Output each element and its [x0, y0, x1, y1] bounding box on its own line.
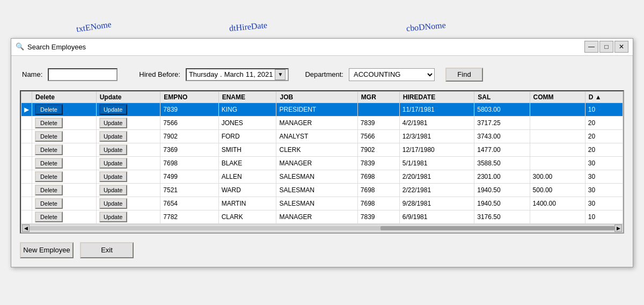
- cell-ename: JONES: [218, 116, 276, 129]
- update-button[interactable]: Update: [99, 118, 127, 128]
- delete-button[interactable]: Delete: [35, 131, 63, 142]
- update-button[interactable]: Update: [99, 198, 127, 209]
- find-button[interactable]: Find: [445, 68, 483, 82]
- col-job: JOB: [276, 91, 357, 103]
- table-row[interactable]: ▶DeleteUpdate7839KINGPRESIDENT11/17/1981…: [21, 103, 623, 116]
- cell-sal: 3588.50: [474, 156, 530, 170]
- cell-dept: 30: [585, 183, 623, 197]
- cell-job: MANAGER: [276, 210, 357, 223]
- cell-sal: 3717.25: [474, 116, 530, 129]
- calendar-button[interactable]: ▼: [275, 69, 286, 80]
- cell-ename: MARTIN: [218, 197, 276, 210]
- grid-wrapper[interactable]: Delete Update EMPNO ENAME JOB MGR HIREDA…: [21, 91, 623, 224]
- delete-button[interactable]: Delete: [35, 144, 63, 155]
- cell-mgr: 7839: [357, 156, 399, 170]
- delete-button[interactable]: Delete: [35, 171, 63, 182]
- col-comm: COMM: [530, 91, 585, 103]
- cell-dept: 10: [585, 210, 623, 223]
- update-button[interactable]: Update: [99, 212, 127, 222]
- cell-ename: FORD: [218, 129, 276, 143]
- update-cell: Update: [96, 116, 160, 129]
- table-row[interactable]: DeleteUpdate7566JONESMANAGER78394/2/1981…: [21, 116, 623, 129]
- cell-comm: 300.00: [530, 170, 585, 183]
- delete-button[interactable]: Delete: [35, 118, 63, 128]
- new-employee-button[interactable]: New Employee: [20, 242, 74, 258]
- update-button[interactable]: Update: [99, 104, 127, 115]
- table-row[interactable]: DeleteUpdate7654MARTINSALESMAN76989/28/1…: [21, 197, 623, 210]
- name-label: Name:: [22, 70, 42, 78]
- table-header-row: Delete Update EMPNO ENAME JOB MGR HIREDA…: [21, 91, 623, 103]
- cell-mgr: [357, 103, 399, 116]
- cell-sal: 1477.00: [474, 143, 530, 156]
- update-button[interactable]: Update: [99, 158, 127, 169]
- scroll-left-arrow[interactable]: ◀: [22, 224, 30, 232]
- cell-sal: 3743.00: [474, 129, 530, 143]
- cell-comm: [530, 156, 585, 170]
- delete-button[interactable]: Delete: [35, 198, 63, 209]
- name-input[interactable]: [48, 68, 118, 81]
- cell-empno: 7698: [160, 156, 218, 170]
- delete-button[interactable]: Delete: [35, 185, 63, 195]
- cell-empno: 7566: [160, 116, 218, 129]
- delete-cell: Delete: [32, 116, 97, 129]
- exit-button[interactable]: Exit: [80, 242, 134, 258]
- cell-comm: 500.00: [530, 183, 585, 197]
- table-row[interactable]: DeleteUpdate7902FORDANALYST756612/3/1981…: [21, 129, 623, 143]
- employee-grid: Delete Update EMPNO ENAME JOB MGR HIREDA…: [20, 90, 624, 234]
- update-button[interactable]: Update: [99, 185, 127, 195]
- scroll-right-arrow[interactable]: ▶: [614, 224, 622, 232]
- cell-hiredate: 5/1/1981: [399, 156, 474, 170]
- cell-job: ANALYST: [276, 129, 357, 143]
- update-cell: Update: [96, 210, 160, 223]
- row-indicator: [21, 197, 32, 210]
- update-button[interactable]: Update: [99, 171, 127, 182]
- maximize-button[interactable]: □: [599, 41, 613, 53]
- col-delete: Delete: [32, 91, 97, 103]
- footer-buttons: New Employee Exit: [20, 240, 624, 260]
- table-row[interactable]: DeleteUpdate7499ALLENSALESMAN76982/20/19…: [21, 170, 623, 183]
- delete-cell: Delete: [32, 183, 97, 197]
- cell-hiredate: 2/22/1981: [399, 183, 474, 197]
- delete-cell: Delete: [32, 197, 97, 210]
- cell-job: MANAGER: [276, 116, 357, 129]
- window-body: txtENome dtHireDate cboDNome Name: Hired…: [11, 56, 633, 267]
- department-select[interactable]: ACCOUNTING RESEARCH SALES OPERATIONS: [349, 68, 435, 81]
- cell-mgr: 7698: [357, 197, 399, 210]
- cell-mgr: 7839: [357, 210, 399, 223]
- update-cell: Update: [96, 143, 160, 156]
- cell-hiredate: 11/17/1981: [399, 103, 474, 116]
- scrollbar-thumb[interactable]: [380, 226, 614, 230]
- table-row[interactable]: DeleteUpdate7698BLAKEMANAGER78395/1/1981…: [21, 156, 623, 170]
- update-button[interactable]: Update: [99, 131, 127, 142]
- department-label: Department:: [305, 70, 343, 78]
- update-cell: Update: [96, 170, 160, 183]
- table-row[interactable]: DeleteUpdate7521WARDSALESMAN76982/22/198…: [21, 183, 623, 197]
- cell-job: MANAGER: [276, 156, 357, 170]
- cell-empno: 7654: [160, 197, 218, 210]
- cell-comm: [530, 103, 585, 116]
- delete-button[interactable]: Delete: [35, 212, 63, 222]
- table-row[interactable]: DeleteUpdate7369SMITHCLERK790212/17/1980…: [21, 143, 623, 156]
- update-cell: Update: [96, 183, 160, 197]
- minimize-button[interactable]: —: [584, 41, 598, 53]
- close-button[interactable]: ✕: [614, 41, 628, 53]
- cell-dept: 20: [585, 129, 623, 143]
- cell-ename: ALLEN: [218, 170, 276, 183]
- horizontal-scrollbar[interactable]: ◀ ▶: [21, 224, 623, 233]
- cell-hiredate: 6/9/1981: [399, 210, 474, 223]
- row-indicator: [21, 129, 32, 143]
- annotation-dthiredate: dtHireDate: [229, 20, 267, 33]
- update-button[interactable]: Update: [99, 144, 127, 155]
- cell-comm: [530, 116, 585, 129]
- cell-sal: 1940.50: [474, 197, 530, 210]
- delete-button[interactable]: Delete: [35, 158, 63, 169]
- delete-cell: Delete: [32, 170, 97, 183]
- delete-cell: Delete: [32, 156, 97, 170]
- table-row[interactable]: DeleteUpdate7782CLARKMANAGER78396/9/1981…: [21, 210, 623, 223]
- cell-mgr: 7698: [357, 170, 399, 183]
- scrollbar-track[interactable]: [30, 226, 614, 230]
- cell-empno: 7782: [160, 210, 218, 223]
- delete-button[interactable]: Delete: [35, 104, 63, 115]
- col-mgr: MGR: [357, 91, 399, 103]
- col-ename: ENAME: [218, 91, 276, 103]
